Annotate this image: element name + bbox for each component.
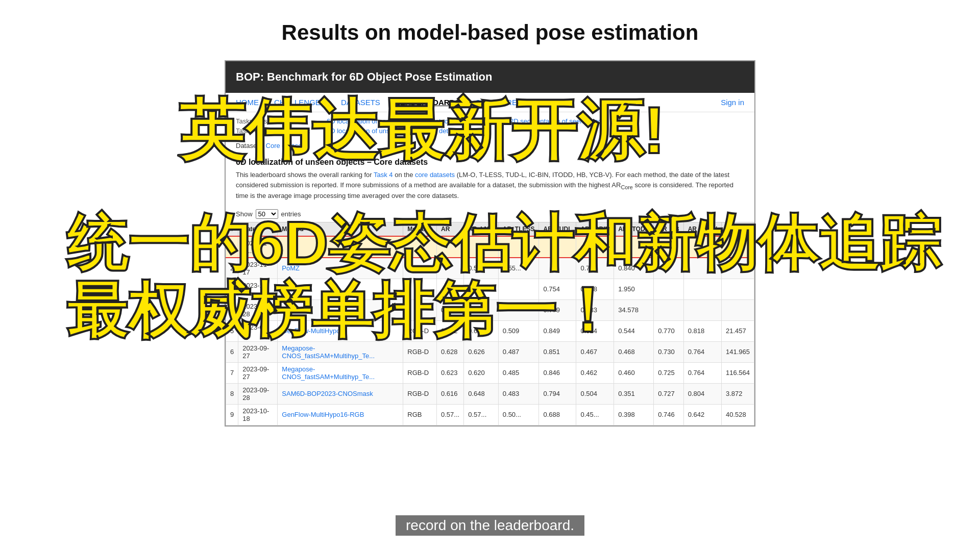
table-row: 82023-09-28SAM6D-BOP2023-CNOSmaskRGB-D0.… — [226, 383, 754, 404]
core-datasets-link[interactable]: core datasets — [415, 171, 455, 179]
overlay-text-1: 英伟达最新开源! — [179, 97, 665, 163]
bop-header: BOP: Benchmark for 6D Object Pose Estima… — [226, 61, 754, 93]
table-row: 72023-09-27Megapose-CNOS_fastSAM+Multihy… — [226, 362, 754, 383]
subtitle-bar: record on the leaderboard. — [396, 515, 584, 536]
task4-link[interactable]: Task 4 — [374, 171, 393, 179]
nav-signin[interactable]: Sign in — [721, 98, 744, 107]
description-text: This leaderboard shows the overall ranki… — [226, 170, 754, 206]
table-row: 92023-10-18GenFlow-MultiHypo16-RGBRGB0.5… — [226, 404, 754, 425]
overlay-text-2: 统一的6D姿态估计和新物体追踪 最权威榜单排第一！ — [66, 209, 941, 344]
page-title: Results on model-based pose estimation — [0, 0, 980, 60]
table-row: 62023-09-27Megapose-CNOS_fastSAM+Multihy… — [226, 341, 754, 362]
